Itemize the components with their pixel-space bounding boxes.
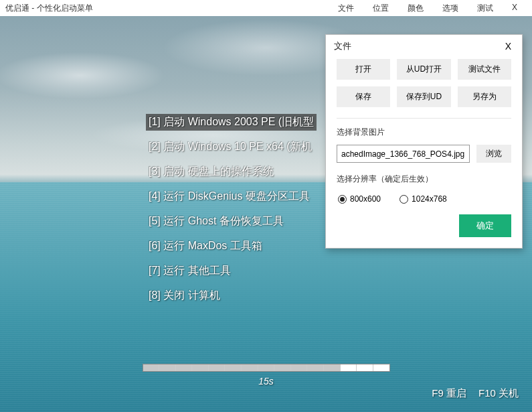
save-to-ud-button[interactable]: 保存到UD <box>397 86 450 107</box>
boot-item-2[interactable]: [2] 启动 Windows 10 PE x64 (新机 <box>146 139 317 155</box>
background-path-input[interactable] <box>337 145 470 163</box>
background-file-row: 浏览 <box>326 145 522 172</box>
progress-segment <box>357 364 373 371</box>
confirm-button[interactable]: 确定 <box>459 214 511 237</box>
countdown-progress: 15s <box>143 364 390 387</box>
close-button[interactable]: X <box>503 3 527 14</box>
progress-bar <box>143 364 390 372</box>
radio-icon <box>338 195 347 204</box>
boot-item-5[interactable]: [5] 运行 Ghost 备份恢复工具 <box>146 213 317 230</box>
boot-menu-list: [1] 启动 Windows 2003 PE (旧机型 [2] 启动 Windo… <box>146 114 317 304</box>
title-bar: 优启通 - 个性化启动菜单 文件 位置 颜色 选项 测试 X <box>0 0 532 16</box>
progress-segment <box>373 364 389 371</box>
boot-item-8[interactable]: [8] 关闭 计算机 <box>146 287 317 304</box>
resolution-label: 选择分辨率（确定后生效） <box>326 172 522 192</box>
open-button[interactable]: 打开 <box>337 59 390 80</box>
menu-file[interactable]: 文件 <box>329 3 363 14</box>
progress-segment <box>258 364 275 371</box>
radio-icon <box>400 195 408 204</box>
panel-button-grid: 打开 从UD打开 测试文件 保存 保存到UD 另存为 <box>326 56 522 115</box>
countdown-timer: 15s <box>143 376 390 387</box>
progress-segment <box>242 364 258 371</box>
progress-segment <box>143 364 160 371</box>
divider <box>337 118 511 119</box>
panel-title: 文件 <box>334 40 503 52</box>
progress-segment <box>341 364 357 371</box>
menu-test[interactable]: 测试 <box>468 3 503 14</box>
progress-segment <box>209 364 226 371</box>
progress-segment <box>159 364 176 371</box>
save-button[interactable]: 保存 <box>337 86 390 107</box>
progress-segment <box>225 364 242 371</box>
browse-button[interactable]: 浏览 <box>476 145 511 163</box>
panel-header: 文件 X <box>326 35 522 56</box>
radio-label: 1024x768 <box>412 194 447 204</box>
radio-label: 800x600 <box>350 194 381 204</box>
progress-segment <box>307 364 324 371</box>
resolution-1024x768[interactable]: 1024x768 <box>400 194 447 204</box>
boot-item-3[interactable]: [3] 启动 硬盘上的操作系统 <box>146 163 317 180</box>
menu-color[interactable]: 颜色 <box>398 3 433 14</box>
progress-segment <box>291 364 308 371</box>
boot-item-1[interactable]: [1] 启动 Windows 2003 PE (旧机型 <box>146 114 317 131</box>
progress-segment <box>324 364 341 371</box>
hotkey-hints: F9 重启 F10 关机 <box>432 387 519 400</box>
hotkey-shutdown: F10 关机 <box>478 387 519 400</box>
app-title: 优启通 - 个性化启动菜单 <box>5 3 329 14</box>
progress-segment <box>274 364 291 371</box>
menu-bar: 文件 位置 颜色 选项 测试 X <box>329 3 527 14</box>
boot-item-6[interactable]: [6] 运行 MaxDos 工具箱 <box>146 238 317 255</box>
test-file-button[interactable]: 测试文件 <box>458 59 511 80</box>
preview-area: [1] 启动 Windows 2003 PE (旧机型 [2] 启动 Windo… <box>0 16 532 412</box>
menu-position[interactable]: 位置 <box>363 3 398 14</box>
panel-close-button[interactable]: X <box>503 41 514 52</box>
progress-segment <box>192 364 209 371</box>
menu-options[interactable]: 选项 <box>433 3 468 14</box>
file-panel: 文件 X 打开 从UD打开 测试文件 保存 保存到UD 另存为 选择背景图片 浏… <box>325 34 523 249</box>
save-as-button[interactable]: 另存为 <box>458 86 511 107</box>
background-label: 选择背景图片 <box>326 125 522 145</box>
confirm-row: 确定 <box>326 214 522 248</box>
boot-item-4[interactable]: [4] 运行 DiskGenius 硬盘分区工具 <box>146 188 317 205</box>
resolution-800x600[interactable]: 800x600 <box>338 194 381 204</box>
progress-segment <box>176 364 193 371</box>
open-from-ud-button[interactable]: 从UD打开 <box>397 59 450 80</box>
hotkey-reboot: F9 重启 <box>432 387 466 400</box>
boot-item-7[interactable]: [7] 运行 其他工具 <box>146 263 317 279</box>
resolution-options: 800x600 1024x768 <box>326 192 522 214</box>
